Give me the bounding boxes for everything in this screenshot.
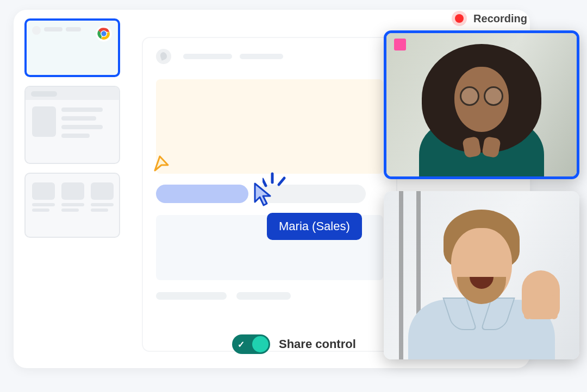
thumbnail-gallery[interactable] xyxy=(24,173,120,238)
check-icon: ✓ xyxy=(238,339,245,350)
content-footer-placeholder xyxy=(156,292,383,300)
chrome-icon xyxy=(95,25,113,42)
recording-label: Recording xyxy=(473,12,527,25)
record-icon xyxy=(452,11,467,26)
video-tile-secondary[interactable] xyxy=(384,191,579,359)
content-hero-block xyxy=(156,79,383,174)
svg-line-5 xyxy=(279,178,284,185)
host-cursor-icon xyxy=(152,154,171,174)
thumbnail-header xyxy=(26,87,119,100)
recording-indicator: Recording xyxy=(452,11,527,26)
share-control-row: ✓ Share control xyxy=(232,334,356,354)
thumbnail-sidebar xyxy=(24,18,120,238)
thumbnail-browser[interactable] xyxy=(24,18,120,77)
content-app-icon xyxy=(156,49,171,64)
participant-cursor-icon xyxy=(253,181,274,206)
content-header-placeholder xyxy=(183,54,283,59)
thumbnail-body xyxy=(32,106,103,138)
thumbnail-cards xyxy=(32,182,114,214)
participant-cursor-label: Maria (Sales) xyxy=(267,213,362,240)
share-control-toggle[interactable]: ✓ xyxy=(232,334,270,354)
sticky-note-icon xyxy=(394,39,406,50)
video-tile-active[interactable] xyxy=(384,30,579,179)
thumbnail-title-placeholder xyxy=(44,27,81,31)
participant-video-1 xyxy=(386,33,577,176)
svg-point-2 xyxy=(101,31,106,36)
app-leaf-icon xyxy=(32,26,41,35)
active-pill[interactable] xyxy=(156,185,248,203)
share-control-label: Share control xyxy=(279,337,356,351)
participant-video-2 xyxy=(384,191,579,359)
toggle-knob xyxy=(252,336,268,352)
thumbnail-document[interactable] xyxy=(24,86,120,164)
